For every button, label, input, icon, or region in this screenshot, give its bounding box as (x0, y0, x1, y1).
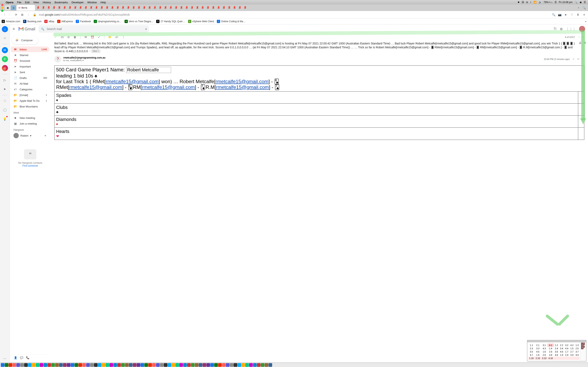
dock-app[interactable] (168, 363, 171, 367)
instagram-icon[interactable]: ◎ (2, 65, 8, 71)
sidebar-item-inbox[interactable]: ✉Inbox1,542 (11, 47, 49, 52)
main-menu-button[interactable]: ≡ (13, 27, 15, 31)
dock-app[interactable] (233, 363, 237, 367)
dock-app[interactable] (47, 363, 51, 367)
menu-file[interactable]: File (17, 1, 21, 4)
join-meeting[interactable]: ▦Join a meeting (11, 121, 49, 126)
dock-app[interactable] (199, 363, 202, 367)
email-link[interactable]: rmetcalfe15@gmail.com (216, 84, 269, 90)
new-meeting[interactable]: ■New meeting (11, 115, 49, 121)
extensions-icon[interactable]: ⊞ (20, 13, 24, 16)
sidebar-item-all-mail[interactable]: ✉All Mail (11, 81, 49, 86)
email-link[interactable]: rmetcalfe15@gmail.com (106, 79, 159, 84)
dock-app[interactable] (12, 363, 16, 367)
sender-address[interactable]: rmetcalfe@rjmprogramming.com.au (63, 56, 105, 59)
reply-icon[interactable]: ↩ (577, 58, 579, 60)
sidebar-item-snoozed[interactable]: ⏰Snoozed (11, 58, 49, 64)
sidebar-item-sent[interactable]: ➤Sent (11, 69, 49, 75)
dock-app[interactable] (191, 363, 195, 367)
reload-button[interactable]: ⟳ (14, 13, 18, 16)
inbox-chip[interactable]: Inbox × (91, 50, 100, 53)
pinned-tab[interactable]: 📌 (241, 5, 249, 10)
dock-app[interactable] (140, 363, 144, 367)
dock-app[interactable] (117, 363, 121, 367)
bookmarks-icon[interactable]: ☆ (2, 35, 8, 41)
gmail-logo[interactable]: Gmail (18, 27, 35, 31)
important-marker[interactable]: ᐳ (89, 49, 91, 53)
status-icon[interactable]: ✸ (518, 1, 520, 4)
dock-app[interactable] (268, 363, 272, 367)
wifi-icon[interactable]: 📶 (534, 1, 536, 4)
dock-app[interactable] (121, 363, 125, 367)
sidebar-item--gmail-[interactable]: 📂[Gmail]1 (11, 92, 49, 98)
sidebar-item-drafts[interactable]: 📄Drafts260 (11, 75, 49, 81)
messenger-icon[interactable]: ✉ (2, 47, 8, 53)
more-icon[interactable]: ⋮ (122, 35, 125, 39)
bookmark-item[interactable]: B.Booking.com (23, 20, 42, 23)
dock-app[interactable] (20, 363, 24, 367)
dock-app[interactable] (36, 363, 39, 367)
pinboard-icon[interactable]: 💡 (2, 116, 8, 122)
dock-app[interactable] (183, 363, 187, 367)
sender-avatar[interactable]: ? (54, 56, 61, 63)
dock-app[interactable] (24, 363, 28, 367)
dock-app[interactable] (5, 363, 8, 367)
clock[interactable]: Fri 10:08 pm (559, 1, 572, 4)
dock-app[interactable] (226, 363, 229, 367)
mark-unread-icon[interactable]: ✉ (85, 35, 87, 39)
star-icon[interactable]: ☆ (572, 58, 575, 60)
dock-app[interactable] (133, 363, 136, 367)
app-name[interactable]: Opera (6, 1, 13, 4)
dock-app[interactable] (148, 363, 152, 367)
status-icon[interactable]: Ⓜ (522, 1, 524, 4)
account-avatar[interactable] (579, 26, 585, 32)
speed-dial-tab[interactable]: ⎙ (11, 5, 16, 10)
support-icon[interactable]: ?⃝ (553, 27, 557, 31)
forward-button[interactable]: 〉 (8, 13, 12, 17)
dock-app[interactable] (67, 363, 70, 367)
sidebar-item-categories[interactable]: 🏷Categories (11, 86, 49, 92)
dock-app[interactable] (90, 363, 94, 367)
bookmark-item[interactable]: S27 Handy SQL Quer… (156, 20, 185, 23)
snooze-icon[interactable]: ⏰ (91, 35, 94, 39)
sidebar-item-starred[interactable]: ★Starred (11, 52, 49, 58)
bookmark-item[interactable]: ≈AliExpress (57, 20, 73, 23)
send-icon[interactable]: ➤ (2, 86, 8, 92)
dock-app[interactable] (113, 363, 117, 367)
next-message[interactable]: 〉 (582, 36, 584, 39)
add-to-tasks-icon[interactable]: ✓ (98, 35, 100, 39)
siri-icon[interactable]: ◉ (580, 1, 582, 4)
heart-icon[interactable]: ♡ (2, 98, 8, 104)
dock-app[interactable] (214, 363, 218, 367)
dock-app[interactable] (137, 363, 140, 367)
airplay-icon[interactable]: ⧉ (526, 1, 528, 4)
dock-app[interactable] (265, 363, 268, 367)
delete-icon[interactable]: 🗑 (73, 35, 76, 39)
dock-app[interactable] (16, 363, 20, 367)
hangout-user[interactable]: Robert ▾ ＋ (11, 132, 49, 139)
menu-window[interactable]: Window (87, 1, 97, 4)
dock-app[interactable] (249, 363, 253, 367)
search-box[interactable]: 🔍 ▾ (39, 25, 149, 33)
menu-edit[interactable]: Edit (25, 1, 30, 4)
back-icon[interactable]: ← (54, 35, 57, 39)
dock-app[interactable] (59, 363, 63, 367)
window-minimize-button[interactable] (1, 7, 3, 9)
dock-app[interactable] (203, 363, 206, 367)
sidebar-item-apple-mail-to-do[interactable]: 📂Apple Mail To Do1 (11, 98, 49, 104)
open-new-window-icon[interactable]: ⧉ (584, 41, 586, 45)
dock-app[interactable] (241, 363, 245, 367)
labels-icon[interactable]: 🏷 (115, 35, 118, 39)
dock-app[interactable] (32, 363, 35, 367)
search-in-page-icon[interactable]: 🔍 (552, 13, 555, 16)
volume-icon[interactable]: 🔈 (539, 1, 542, 4)
tab-search-button[interactable]: 🔍 (581, 5, 587, 10)
dock-app[interactable] (144, 363, 148, 367)
email-link[interactable]: rmetcalfe15@gmail.com (142, 84, 195, 90)
dock-app[interactable] (156, 363, 160, 367)
dock-app[interactable] (257, 363, 260, 367)
speed-dial-tab[interactable]: ▦ (5, 5, 10, 10)
dock-app[interactable] (75, 363, 78, 367)
dock-app[interactable] (207, 363, 210, 367)
dock-app[interactable] (129, 363, 132, 367)
